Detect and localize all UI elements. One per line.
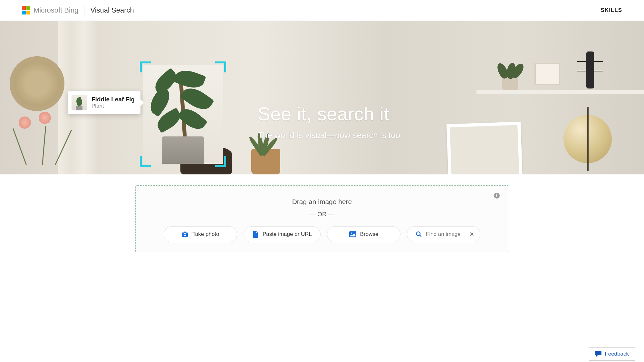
find-image-field[interactable]: ✕: [407, 226, 480, 242]
image-icon: [349, 231, 356, 237]
camera-icon: [181, 231, 188, 237]
action-row: Take photo Paste image or URL Browse ✕: [145, 226, 499, 242]
svg-point-0: [417, 232, 420, 236]
result-tooltip[interactable]: Fiddle Leaf Fig Plant: [68, 91, 140, 114]
paste-label: Paste image or URL: [263, 231, 312, 237]
clear-icon[interactable]: ✕: [469, 231, 474, 238]
take-photo-button[interactable]: Take photo: [164, 226, 237, 242]
skills-link[interactable]: SKILLS: [601, 7, 622, 14]
take-photo-label: Take photo: [192, 231, 219, 237]
or-separator: — OR —: [145, 211, 499, 218]
hero-headline: See it, search it: [258, 103, 400, 125]
paste-button[interactable]: Paste image or URL: [244, 226, 321, 242]
info-icon[interactable]: i: [494, 193, 500, 199]
search-icon: [416, 231, 422, 237]
header-divider: [84, 6, 84, 15]
tooltip-title: Fiddle Leaf Fig: [91, 96, 135, 103]
svg-line-1: [420, 235, 421, 237]
header-bar: Microsoft Bing Visual Search SKILLS: [0, 0, 644, 21]
hero-section: Fiddle Leaf Fig Plant See it, search it …: [0, 21, 644, 174]
bing-logo-link[interactable]: Microsoft Bing: [22, 6, 78, 14]
upload-dropzone[interactable]: i Drag an image here — OR — Take photo P…: [135, 185, 509, 252]
document-icon: [252, 231, 259, 238]
browse-label: Browse: [360, 231, 379, 237]
scan-image: [143, 65, 223, 164]
tooltip-thumbnail: [72, 95, 87, 110]
microsoft-logo-icon: [22, 6, 30, 14]
tooltip-subtitle: Plant: [91, 103, 135, 109]
hero-text: See it, search it The world is visual—no…: [258, 103, 400, 140]
find-image-input[interactable]: [426, 231, 461, 237]
product-name: Visual Search: [90, 6, 134, 14]
drag-instruction: Drag an image here: [145, 198, 499, 206]
header-left: Microsoft Bing Visual Search: [22, 6, 134, 15]
scan-preview: [141, 63, 225, 166]
tooltip-text: Fiddle Leaf Fig Plant: [91, 96, 135, 109]
browse-button[interactable]: Browse: [327, 226, 400, 242]
brand-text: Microsoft Bing: [34, 6, 78, 14]
hero-subtitle: The world is visual—now search is too: [258, 130, 400, 140]
